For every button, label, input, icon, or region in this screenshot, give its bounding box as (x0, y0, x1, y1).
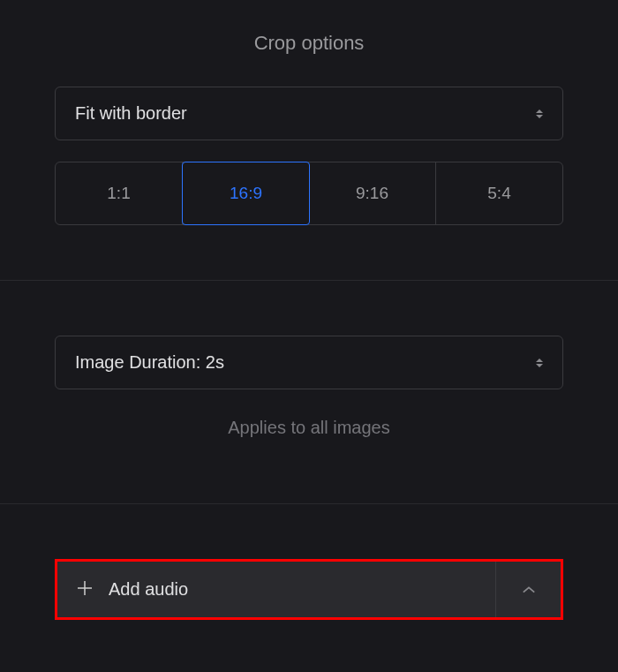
fit-mode-select[interactable]: Fit with border (55, 87, 563, 140)
crop-options-title: Crop options (0, 0, 618, 87)
image-duration-label: Image Duration: 2s (75, 352, 224, 373)
duration-hint: Applies to all images (55, 389, 563, 438)
add-audio-label: Add audio (109, 579, 188, 600)
plus-icon (77, 580, 93, 600)
collapse-button[interactable] (495, 562, 561, 617)
ratio-1-1[interactable]: 1:1 (56, 162, 183, 224)
add-audio-row: Add audio (55, 559, 563, 620)
fit-mode-label: Fit with border (75, 103, 187, 124)
aspect-ratio-group: 1:1 16:9 9:16 5:4 (55, 162, 563, 225)
chevron-up-icon (522, 583, 536, 597)
add-audio-button[interactable]: Add audio (57, 562, 495, 617)
image-duration-select[interactable]: Image Duration: 2s (55, 336, 563, 389)
ratio-9-16[interactable]: 9:16 (309, 162, 436, 224)
select-chevrons-icon (536, 109, 543, 118)
ratio-16-9[interactable]: 16:9 (182, 162, 310, 225)
select-chevrons-icon (536, 359, 543, 367)
section-divider (0, 503, 618, 504)
ratio-5-4[interactable]: 5:4 (436, 162, 562, 224)
